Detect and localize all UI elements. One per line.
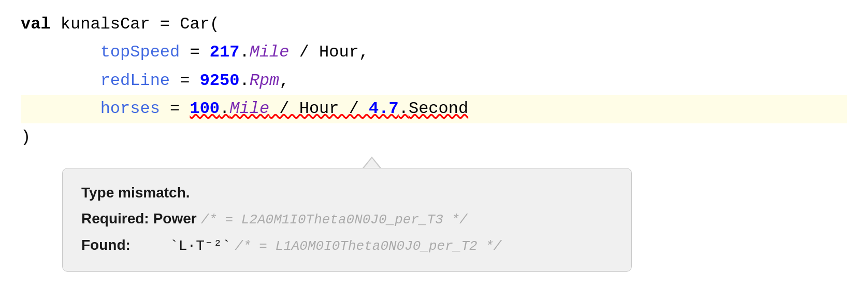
number-47: 4.7	[369, 99, 399, 118]
equals4: =	[160, 95, 190, 123]
number-9250: 9250	[200, 67, 240, 95]
tooltip-container: Type mismatch. Required: Power /* = L2A0…	[62, 157, 847, 272]
dot-second: .	[399, 99, 409, 118]
type-second: Second	[409, 99, 468, 118]
line3-comma: ,	[279, 67, 289, 95]
code-line-3: redLine = 9250.Rpm,	[21, 67, 847, 95]
number-100: 100	[190, 99, 220, 118]
indent2	[21, 38, 100, 66]
param-horses: horses	[100, 95, 160, 123]
dot2: .	[239, 38, 249, 66]
closing-paren: )	[21, 123, 31, 151]
param-redline: redLine	[100, 67, 170, 95]
number-217: 217	[210, 38, 240, 66]
tooltip-arrow-wrapper	[363, 157, 381, 168]
code-line-1: val kunalsCar = Car(	[21, 10, 847, 38]
space-slash1: / Hour /	[269, 99, 369, 118]
indent4	[21, 95, 100, 123]
required-type: Power	[153, 206, 197, 232]
code-line-5: )	[21, 123, 847, 151]
editor-area: val kunalsCar = Car( topSpeed = 217.Mile…	[0, 0, 868, 272]
equals2: =	[180, 38, 210, 66]
line2-rest: / Hour,	[289, 38, 369, 66]
tooltip-mismatch-text: Type mismatch.	[81, 180, 190, 206]
horses-value: 100.Mile / Hour / 4.7.Second	[190, 95, 468, 123]
param-topspeed: topSpeed	[100, 38, 180, 66]
code-line-4: horses = 100.Mile / Hour / 4.7.Second	[21, 95, 847, 123]
dot3: .	[239, 67, 249, 95]
tooltip-line-found: Found: `L·T⁻²` /* = L1A0M0I0Theta0N0J0_p…	[81, 232, 613, 259]
code-line-2: topSpeed = 217.Mile / Hour,	[21, 38, 847, 66]
found-type: `L·T⁻²`	[170, 233, 231, 259]
dot-mile: .	[220, 99, 229, 118]
tooltip-box: Type mismatch. Required: Power /* = L2A0…	[62, 168, 632, 272]
equals3: =	[170, 67, 200, 95]
type-mile2: Mile	[229, 99, 269, 118]
tooltip-line-required: Required: Power /* = L2A0M1I0Theta0N0J0_…	[81, 206, 613, 232]
line1-rest: kunalsCar = Car(	[51, 10, 220, 38]
indent3	[21, 67, 100, 95]
found-label: Found:	[81, 232, 131, 258]
tooltip-arrow-inner	[364, 158, 380, 168]
tooltip-line-mismatch: Type mismatch.	[81, 180, 613, 206]
keyword-val: val	[21, 10, 51, 38]
required-label: Required:	[81, 206, 149, 232]
required-comment: /* = L2A0M1I0Theta0N0J0_per_T3 */	[201, 208, 468, 232]
found-comment: /* = L1A0M0I0Theta0N0J0_per_T2 */	[235, 234, 502, 259]
type-rpm: Rpm	[250, 67, 280, 95]
type-mile: Mile	[250, 38, 290, 66]
